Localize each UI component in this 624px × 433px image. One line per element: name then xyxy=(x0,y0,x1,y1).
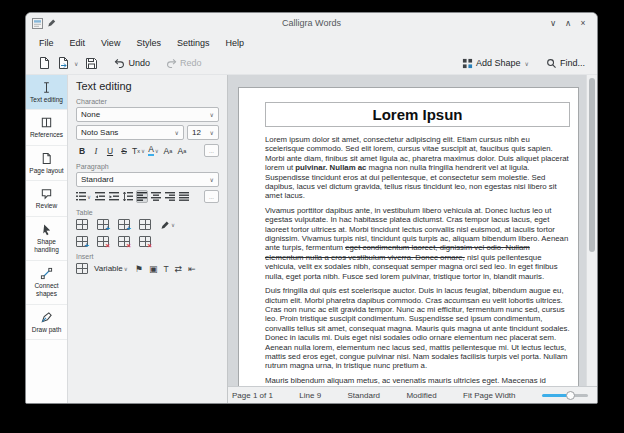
align-justify-icon xyxy=(179,192,189,201)
sidebar-tab-page-layout[interactable]: Page layout xyxy=(26,146,67,181)
table-section-label: Table xyxy=(76,209,219,216)
sidebar-tab-review[interactable]: Review xyxy=(26,181,67,216)
sidebar-tab-connect-shapes[interactable]: Connect shapes xyxy=(26,261,67,305)
document-paragraphs[interactable]: Lorem ipsum dolor sit amet, consectetur … xyxy=(265,135,570,386)
underline-button[interactable]: U xyxy=(104,144,116,157)
undo-button[interactable]: Undo xyxy=(111,56,153,71)
paragraph-style-value: Standard xyxy=(81,175,113,184)
tab-label: References xyxy=(30,131,63,139)
character-more-button[interactable]: ... xyxy=(204,144,219,157)
align-right-button[interactable] xyxy=(164,190,176,203)
main-area: Text editing References Page layout xyxy=(26,75,597,403)
delete-table-icon[interactable] xyxy=(139,236,151,247)
bookmark-icon[interactable]: ⚑ xyxy=(135,264,143,274)
font-family-value: Noto Sans xyxy=(81,128,118,137)
delete-row-icon[interactable] xyxy=(97,236,109,247)
line-spacing-icon xyxy=(123,192,133,201)
insert-row-below-icon[interactable] xyxy=(118,219,130,230)
menu-styles[interactable]: Styles xyxy=(128,38,169,48)
save-button[interactable] xyxy=(82,55,101,72)
delete-column-icon[interactable] xyxy=(118,236,130,247)
lower-sub-letter: a xyxy=(183,148,186,154)
font-size-select[interactable]: 12 xyxy=(187,125,219,140)
text-color-button[interactable]: A ∨ xyxy=(148,144,160,157)
font-size-value: 12 xyxy=(192,128,201,137)
menu-help[interactable]: Help xyxy=(217,38,252,48)
pin-icon[interactable] xyxy=(46,18,56,28)
menu-edit[interactable]: Edit xyxy=(62,38,94,48)
document-view: Lorem Ipsun Lorem ipsum dolor sit amet, … xyxy=(228,75,597,403)
maximize-button[interactable]: ∧ xyxy=(562,16,574,30)
new-document-button[interactable] xyxy=(35,54,54,72)
upper-sup-letter: a xyxy=(169,148,172,154)
superscript-subscript-button[interactable]: Tx ∨ xyxy=(132,144,146,157)
status-zoom-mode[interactable]: Fit Page Width xyxy=(463,391,515,400)
sidebar-tab-draw-path[interactable]: Draw path xyxy=(26,305,67,340)
paragraph[interactable]: Mauris bibendum aliquam metus, ac venena… xyxy=(265,376,570,386)
redo-button[interactable]: Redo xyxy=(163,56,205,71)
titlebar: Calligra Words ∨ ∧ × xyxy=(26,13,597,33)
variable-dropdown[interactable]: Variable ∨ xyxy=(94,262,129,275)
paragraph[interactable]: Vivamus porttitor dapibus ante, in vesti… xyxy=(265,206,570,281)
cursor-arrow-icon xyxy=(40,223,53,236)
sidebar-tab-references[interactable]: References xyxy=(26,110,67,145)
document-page[interactable]: Lorem Ipsun Lorem ipsum dolor sit amet, … xyxy=(238,87,579,386)
character-style-select[interactable]: None xyxy=(76,107,219,122)
insert-table-icon[interactable] xyxy=(76,219,88,230)
zoom-slider-handle[interactable] xyxy=(566,391,575,400)
insert-table-button-icon[interactable] xyxy=(76,263,88,274)
status-paragraph-style[interactable]: Standard xyxy=(348,391,380,400)
line-spacing-button[interactable] xyxy=(122,190,134,203)
align-center-button[interactable] xyxy=(150,190,162,203)
character-section-label: Character xyxy=(76,98,219,105)
decrease-indent-button[interactable] xyxy=(94,190,106,203)
redo-icon xyxy=(166,58,177,69)
insert-column-icon[interactable] xyxy=(76,236,88,247)
document-canvas[interactable]: Lorem Ipsun Lorem ipsum dolor sit amet, … xyxy=(228,75,597,386)
italic-button[interactable]: I xyxy=(90,144,102,157)
add-shape-button[interactable]: Add Shape ∨ xyxy=(459,56,533,71)
docker-tabstrip: Text editing References Page layout xyxy=(26,75,68,403)
paragraph[interactable]: Lorem ipsum dolor sit amet, consectetur … xyxy=(265,135,570,201)
tab-label: Shape handling xyxy=(27,238,66,255)
sidebar-tab-shape-handling[interactable]: Shape handling xyxy=(26,217,67,261)
insert-row-above-icon[interactable] xyxy=(97,219,109,230)
bullet-list-icon xyxy=(76,192,86,201)
vertical-scrollbar-thumb[interactable] xyxy=(589,78,595,252)
font-family-select[interactable]: Noto Sans xyxy=(76,125,184,140)
strikethrough-button[interactable]: S xyxy=(118,144,130,157)
zoom-slider[interactable] xyxy=(542,390,588,400)
open-document-button[interactable]: ∨ xyxy=(54,54,82,72)
paragraph-more-button[interactable]: ... xyxy=(204,190,219,203)
tab-label: Connect shapes xyxy=(27,282,66,299)
increase-indent-button[interactable] xyxy=(108,190,120,203)
merge-cells-icon[interactable] xyxy=(139,219,151,230)
align-left-button[interactable] xyxy=(136,190,148,203)
close-button[interactable]: × xyxy=(577,16,589,30)
paragraph[interactable]: Duis fringilla dui quis est scelerisque … xyxy=(265,286,570,371)
special-character-icon[interactable]: ⇄ xyxy=(175,264,183,274)
bold-button[interactable]: B xyxy=(76,144,88,157)
menu-view[interactable]: View xyxy=(93,38,128,48)
sidebar-tab-text-editing[interactable]: Text editing xyxy=(26,75,67,110)
document-title[interactable]: Lorem Ipsun xyxy=(265,102,570,127)
border-pen-button[interactable]: ∨ xyxy=(160,218,176,231)
paragraph-style-select[interactable]: Standard xyxy=(76,172,219,187)
vertical-scrollbar[interactable] xyxy=(586,75,597,386)
menu-file[interactable]: File xyxy=(31,38,62,48)
find-button[interactable]: Find... xyxy=(543,56,588,71)
index-icon[interactable]: ⇤ xyxy=(188,264,196,274)
menu-settings[interactable]: Settings xyxy=(169,38,218,48)
uppercase-button[interactable]: Aa xyxy=(162,144,174,157)
list-style-button[interactable]: ∨ xyxy=(76,190,92,203)
minimize-button[interactable]: ∨ xyxy=(547,16,559,30)
app-icon xyxy=(32,18,43,29)
open-document-icon xyxy=(57,56,70,70)
frame-icon[interactable]: ▣ xyxy=(149,264,158,274)
chevron-down-icon: ∨ xyxy=(86,194,92,200)
main-toolbar: ∨ Undo Redo xyxy=(26,52,597,75)
lowercase-button[interactable]: Aa xyxy=(176,144,188,157)
align-justify-button[interactable] xyxy=(178,190,190,203)
text-frame-icon[interactable]: T xyxy=(163,264,168,274)
variable-label: Variable xyxy=(94,264,123,273)
